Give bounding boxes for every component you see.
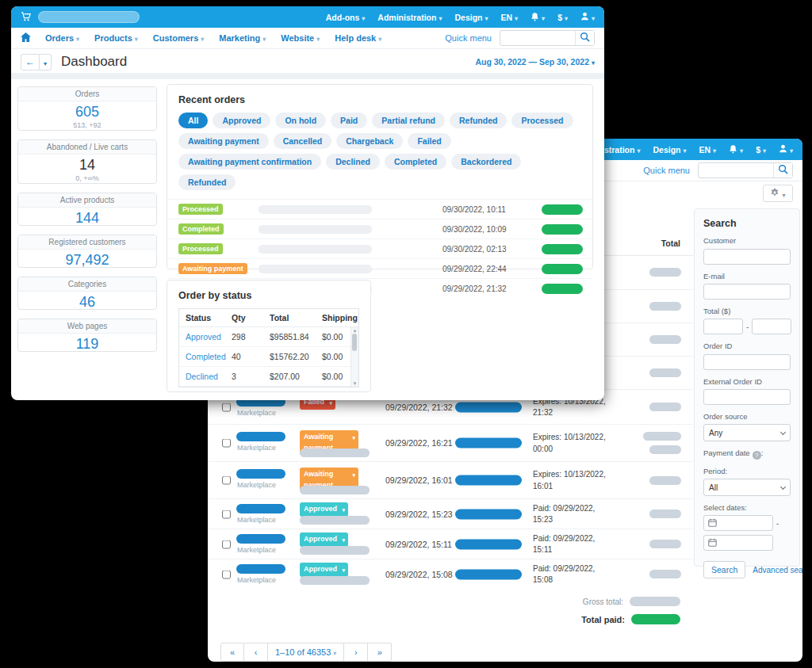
list-item[interactable]: Completed 09/30/2022, 10:09 (167, 219, 592, 239)
settings-button[interactable] (763, 185, 793, 202)
status-link[interactable]: Completed (179, 352, 232, 361)
status-badge[interactable]: Approved (300, 532, 348, 547)
period-select[interactable]: All (703, 479, 791, 496)
search-submit-button[interactable] (575, 31, 594, 45)
order-id-redacted[interactable] (236, 564, 285, 574)
order-id-redacted[interactable] (236, 432, 285, 441)
filter-chip[interactable]: Completed (385, 154, 446, 170)
filter-chip[interactable]: Refunded (450, 113, 507, 128)
filter-chip[interactable]: On hold (275, 113, 326, 128)
menu-website[interactable]: Website (281, 33, 320, 43)
quick-menu-link[interactable]: Quick menu (643, 166, 690, 175)
filter-chip[interactable]: Approved (213, 113, 270, 128)
home-icon[interactable] (21, 31, 31, 45)
language-menu[interactable]: EN (501, 13, 519, 22)
filter-chip[interactable]: Cancelled (274, 133, 332, 149)
back-button[interactable] (21, 54, 40, 71)
advanced-search-link[interactable]: Advanced search (753, 566, 802, 574)
menu-helpdesk[interactable]: Help desk (335, 33, 381, 43)
menu-products[interactable]: Products (94, 33, 138, 43)
scroll-down-icon[interactable]: ▼ (353, 381, 358, 386)
row-checkbox[interactable] (222, 476, 231, 485)
row-checkbox[interactable] (222, 540, 231, 548)
order-id-redacted[interactable] (236, 504, 285, 513)
order-id-redacted[interactable] (236, 469, 285, 479)
status-badge[interactable]: Approved (300, 502, 348, 517)
filter-chip[interactable]: All (178, 113, 208, 128)
pagination-first-button[interactable]: « (220, 643, 244, 662)
pagination-last-button[interactable]: » (368, 643, 392, 662)
filter-chip[interactable]: Declined (326, 154, 380, 170)
currency-menu[interactable]: $ (756, 145, 766, 155)
order-source-select[interactable]: Any (703, 424, 791, 441)
addons-menu[interactable]: Add-ons (326, 13, 366, 22)
search-submit-button[interactable] (773, 163, 792, 177)
email-field[interactable] (703, 284, 791, 300)
date-from-field[interactable] (703, 515, 773, 531)
pagination-prev-button[interactable]: ‹ (244, 643, 268, 662)
design-menu[interactable]: Design (454, 13, 488, 22)
pagination-next-button[interactable]: › (344, 643, 368, 662)
row-checkbox[interactable] (222, 570, 231, 578)
stat-card-categories[interactable]: Categories 46 (17, 277, 157, 310)
status-link[interactable]: Approved (179, 332, 232, 342)
date-to-field[interactable] (703, 535, 773, 551)
search-button[interactable]: Search (703, 561, 745, 578)
row-checkbox[interactable] (222, 439, 231, 448)
cart-icon[interactable] (21, 10, 32, 25)
list-item[interactable]: Processed 09/30/2022, 10:11 (167, 199, 592, 219)
table-row[interactable]: Marketplace Approved 09/29/2022, 15:23 P… (208, 498, 693, 529)
table-row[interactable]: Marketplace Awaiting payment 09/29/2022,… (208, 424, 693, 461)
status-link[interactable]: Declined (179, 372, 232, 381)
filter-chip[interactable]: Paid (331, 113, 367, 128)
filter-chip[interactable]: Chargeback (336, 133, 403, 149)
stat-card-active-products[interactable]: Active products 144 (17, 193, 157, 226)
account-menu[interactable] (580, 12, 595, 22)
total-to-field[interactable] (752, 319, 791, 334)
order-id-field[interactable] (703, 354, 791, 370)
filter-chip[interactable]: Awaiting payment (178, 133, 269, 149)
scroll-up-icon[interactable]: ▲ (353, 328, 358, 333)
status-badge[interactable]: Approved (300, 563, 348, 577)
order-id-redacted[interactable] (236, 534, 285, 544)
admin-search-input[interactable] (500, 32, 575, 44)
table-row[interactable]: Marketplace Approved 09/29/2022, 15:08 P… (208, 559, 693, 589)
quick-menu-link[interactable]: Quick menu (445, 33, 492, 43)
stat-card-orders[interactable]: Orders 605 513, +92 (17, 86, 157, 131)
scrollbar-thumb[interactable] (352, 334, 357, 351)
filter-chip[interactable]: Backordered (451, 154, 521, 170)
total-from-field[interactable] (703, 319, 743, 334)
help-icon[interactable] (753, 451, 761, 460)
administration-menu[interactable]: Administration (377, 13, 442, 22)
filter-chip[interactable]: Processed (511, 113, 573, 128)
row-checkbox[interactable] (222, 403, 231, 411)
currency-menu[interactable]: $ (557, 13, 568, 22)
external-order-id-field[interactable] (703, 389, 791, 405)
list-item[interactable]: Awaiting payment 09/29/2022, 22:44 (167, 258, 592, 278)
admin-search-input[interactable] (699, 164, 773, 177)
back-history-dropdown[interactable] (40, 54, 52, 71)
pagination-range-button[interactable]: 1–10 of 46353 (268, 643, 344, 662)
filter-chip[interactable]: Partial refund (372, 113, 445, 128)
table-row[interactable]: Marketplace Approved 09/29/2022, 15:11 P… (208, 529, 693, 559)
notifications-menu[interactable] (530, 12, 545, 23)
date-range-picker[interactable]: Aug 30, 2022 — Sep 30, 2022 (475, 57, 595, 67)
stat-card-web-pages[interactable]: Web pages 119 (17, 319, 157, 352)
menu-orders[interactable]: Orders (45, 33, 79, 43)
table-row[interactable]: Marketplace Awaiting payment 09/29/2022,… (208, 461, 693, 498)
notifications-menu[interactable] (729, 144, 743, 155)
language-menu[interactable]: EN (699, 145, 717, 155)
stat-card-carts[interactable]: Abandoned / Live carts 14 0, +∞% (17, 139, 157, 184)
store-name-pill[interactable] (38, 11, 140, 23)
design-menu[interactable]: Design (653, 145, 686, 155)
menu-marketing[interactable]: Marketing (219, 33, 266, 43)
customer-field[interactable] (703, 249, 791, 265)
menu-customers[interactable]: Customers (153, 33, 204, 43)
filter-chip[interactable]: Failed (408, 133, 450, 149)
account-menu[interactable] (779, 144, 793, 155)
row-checkbox[interactable] (222, 510, 231, 518)
stat-card-registered-customers[interactable]: Registered customers 97,492 (17, 235, 157, 268)
list-item[interactable]: Processed 09/30/2022, 02:13 (167, 239, 592, 258)
filter-chip[interactable]: Refunded (178, 174, 236, 190)
filter-chip[interactable]: Awaiting payment confirmation (178, 154, 321, 170)
